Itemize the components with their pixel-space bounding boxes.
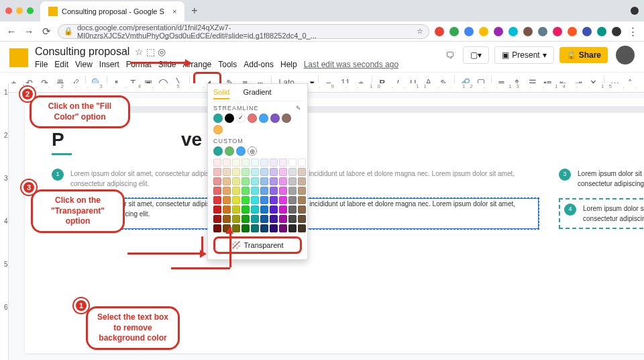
palette-swatch[interactable] [288,177,297,185]
palette-swatch[interactable] [241,168,250,176]
account-avatar[interactable] [616,46,635,64]
palette-swatch[interactable] [213,187,221,195]
color-swatch[interactable] [282,114,291,123]
streamline-colors[interactable] [213,114,302,134]
palette-swatch[interactable] [241,215,250,223]
palette-swatch[interactable] [298,196,306,204]
color-swatch[interactable] [248,114,257,123]
palette-swatch[interactable] [270,206,278,214]
palette-swatch[interactable] [251,187,259,195]
palette-swatch[interactable] [279,215,287,223]
palette-swatch[interactable] [251,224,259,232]
palette-swatch[interactable] [279,206,287,214]
palette-swatch[interactable] [232,215,240,223]
palette-swatch[interactable] [223,168,231,176]
palette-swatch[interactable] [241,196,250,204]
palette-swatch[interactable] [298,159,306,167]
color-swatch[interactable] [213,125,223,134]
palette-swatch[interactable] [298,215,306,223]
palette-swatch[interactable] [223,196,231,204]
browser-tab[interactable]: Consulting proposal - Google S × [40,1,184,21]
kebab-menu-icon[interactable]: ⋮ [627,26,639,38]
present-button[interactable]: ▣ Present ▾ [494,46,553,64]
menu-help[interactable]: Help [280,60,297,69]
slide-thumbnail-panel[interactable]: 1 2 3 4 5 6Understandingthe market [0,83,9,360]
objective-4[interactable]: 4Lorem ipsum dolor sit amet, consectetur… [559,198,644,229]
palette-swatch[interactable] [213,159,221,167]
reload-button[interactable]: ⟳ [40,26,52,38]
palette-swatch[interactable] [251,177,259,185]
menu-addons[interactable]: Add-ons [244,60,274,69]
slide-title[interactable]: Project objective [52,129,644,150]
objective-3[interactable]: 3Lorem ipsum dolor sit amet, consectetur… [559,169,644,189]
star-icon[interactable]: ☆ [417,27,423,36]
palette-swatch[interactable] [241,224,250,232]
palette-swatch[interactable] [260,215,268,223]
share-button[interactable]: 🔒 Share [559,47,608,63]
palette-swatch[interactable] [288,224,297,232]
palette-swatch[interactable] [298,224,306,232]
palette-swatch[interactable] [223,177,231,185]
menu-file[interactable]: File [35,60,48,69]
palette-swatch[interactable] [241,187,250,195]
palette-swatch[interactable] [251,168,259,176]
palette-swatch[interactable] [279,159,287,167]
color-swatch[interactable] [259,114,268,123]
palette-swatch[interactable] [213,168,221,176]
palette-swatch[interactable] [213,196,221,204]
title-icons[interactable]: ☆ ⬚ ◎ [135,46,166,57]
palette-swatch[interactable] [260,177,268,185]
palette-swatch[interactable] [232,196,240,204]
palette-swatch[interactable] [232,168,240,176]
palette-swatch[interactable] [232,187,240,195]
palette-swatch[interactable] [288,159,297,167]
menu-view[interactable]: View [75,60,93,69]
forward-button[interactable]: → [23,26,35,37]
palette-swatch[interactable] [232,206,240,214]
palette-swatch[interactable] [279,168,287,176]
palette-swatch[interactable] [279,187,287,195]
palette-swatch[interactable] [260,168,268,176]
palette-swatch[interactable] [270,177,278,185]
palette-swatch[interactable] [270,215,278,223]
color-swatch[interactable] [236,114,246,123]
palette-swatch[interactable] [279,177,287,185]
palette-swatch[interactable] [279,224,287,232]
palette-swatch[interactable] [298,168,306,176]
url-bar[interactable]: 🔒 docs.google.com/presentation/d/1fnil24… [58,24,429,39]
custom-colors[interactable]: ⊕ [213,146,302,156]
slides-logo-icon[interactable] [9,48,28,67]
color-swatch[interactable] [225,146,234,156]
menu-insert[interactable]: Insert [99,60,119,69]
palette-swatch[interactable] [251,196,259,204]
color-swatch[interactable] [236,146,246,156]
menu-tools[interactable]: Tools [218,60,237,69]
palette-swatch[interactable] [260,196,268,204]
comments-icon[interactable]: 🗨 [441,47,458,63]
back-button[interactable]: ← [5,26,17,37]
palette-swatch[interactable] [288,215,297,223]
new-tab-button[interactable]: + [191,5,197,17]
palette-swatch[interactable] [298,187,306,195]
palette-swatch[interactable] [223,159,231,167]
color-palette[interactable] [213,159,302,232]
palette-swatch[interactable] [270,187,278,195]
palette-swatch[interactable] [288,196,297,204]
palette-swatch[interactable] [260,224,268,232]
color-swatch[interactable] [225,114,234,123]
meet-button[interactable]: ▢▾ [463,46,489,64]
palette-swatch[interactable] [241,159,250,167]
palette-swatch[interactable] [270,168,278,176]
palette-swatch[interactable] [279,196,287,204]
palette-swatch[interactable] [298,206,306,214]
palette-swatch[interactable] [260,187,268,195]
palette-swatch[interactable] [223,187,231,195]
tab-gradient[interactable]: Gradient [243,88,271,99]
palette-swatch[interactable] [241,206,250,214]
window-controls[interactable] [5,7,34,14]
palette-swatch[interactable] [288,187,297,195]
palette-swatch[interactable] [241,177,250,185]
transparent-option[interactable]: Transparent [213,236,302,254]
last-edit-link[interactable]: Last edit was seconds ago [304,60,398,69]
palette-swatch[interactable] [251,215,259,223]
